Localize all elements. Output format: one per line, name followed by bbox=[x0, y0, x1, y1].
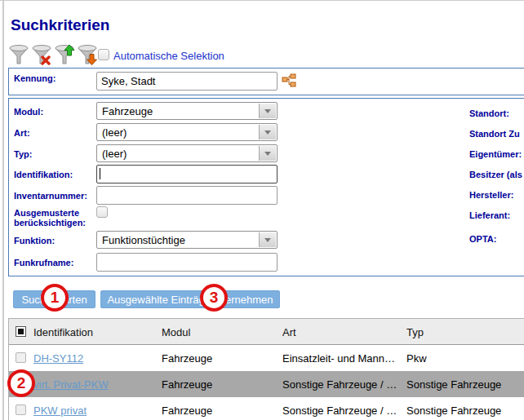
row-checkbox[interactable] bbox=[16, 352, 26, 363]
table-row[interactable]: DH-SY112 Fahrzeuge Einsatzleit- und Mann… bbox=[9, 345, 524, 371]
typ-select[interactable]: (leer) bbox=[96, 144, 278, 162]
annotation-circle-2: 2 bbox=[7, 369, 35, 397]
typ-label: Typ: bbox=[14, 149, 97, 159]
filter-icon[interactable] bbox=[8, 44, 29, 65]
modul-select-arrow[interactable] bbox=[259, 104, 276, 118]
annotation-circle-3: 3 bbox=[200, 284, 228, 312]
org-hierarchy-icon[interactable] bbox=[282, 73, 296, 88]
funkrufname-label: Funkrufname: bbox=[14, 258, 97, 267]
art-label: Art: bbox=[14, 128, 97, 138]
funktion-label: Funktion: bbox=[14, 236, 97, 245]
modul-select[interactable]: Fahrzeuge bbox=[96, 102, 278, 120]
row-modul: Fahrzeuge bbox=[162, 345, 212, 371]
standort-label: Standort: bbox=[469, 108, 509, 118]
eigentuemer-label: Eigentümer: bbox=[469, 149, 522, 159]
identifikation-label: Identifikation: bbox=[14, 170, 97, 179]
kennung-label: Kennung: bbox=[14, 73, 97, 83]
row-art: Einsatzleit- und Mann… bbox=[282, 345, 395, 371]
ausgemusterte-checkbox[interactable] bbox=[96, 206, 108, 218]
funktion-select-value: Funktionstüchtige bbox=[102, 234, 185, 246]
lieferant-label: Lieferant: bbox=[469, 210, 510, 220]
column-header-identifikation[interactable]: Identifikation bbox=[33, 319, 93, 345]
funktion-select[interactable]: Funktionstüchtige bbox=[96, 231, 278, 249]
table-row-selected[interactable]: virt. Privat-PKW Fahrzeuge Sonstige Fahr… bbox=[9, 371, 524, 397]
row-checkbox[interactable] bbox=[16, 405, 26, 415]
typ-select-arrow[interactable] bbox=[259, 146, 276, 161]
annotation-circle-1: 1 bbox=[41, 284, 69, 312]
typ-select-value: (leer) bbox=[102, 148, 127, 160]
suchkriterien-page: { "window": { "title": "Suchkriterien" }… bbox=[0, 0, 524, 420]
column-header-art[interactable]: Art bbox=[282, 319, 296, 345]
text-caret bbox=[100, 168, 100, 179]
modul-label: Modul: bbox=[14, 107, 97, 117]
filter-delete-icon[interactable] bbox=[31, 44, 52, 65]
funktion-select-arrow[interactable] bbox=[259, 232, 276, 247]
page-left-border bbox=[2, 0, 4, 420]
art-select-value: (leer) bbox=[102, 126, 127, 139]
column-header-modul[interactable]: Modul bbox=[162, 319, 190, 345]
row-modul: Fahrzeuge bbox=[162, 371, 212, 397]
row-typ: Pkw bbox=[406, 345, 427, 371]
table-row[interactable]: PKW privat Fahrzeuge Sonstige Fahrzeuge … bbox=[9, 397, 524, 420]
table-header-row: Identifikation Modul Art Typ bbox=[9, 319, 524, 345]
filter-up-icon[interactable] bbox=[54, 44, 75, 65]
page-top-border bbox=[0, 0, 524, 1]
inventarnummer-input[interactable] bbox=[96, 186, 278, 205]
ausgemusterte-label: Ausgemusterte berücksichtigen: bbox=[14, 208, 97, 228]
modul-select-value: Fahrzeuge bbox=[102, 105, 153, 117]
results-table: Identifikation Modul Art Typ DH-SY112 Fa… bbox=[8, 318, 524, 420]
hersteller-label: Hersteller: bbox=[469, 190, 513, 200]
art-select[interactable]: (leer) bbox=[96, 123, 278, 141]
auto-selection-label: Automatische Selektion bbox=[113, 50, 224, 62]
page-title: Suchkriterien bbox=[11, 16, 109, 34]
inventarnummer-label: Inventarnummer: bbox=[14, 191, 97, 201]
auto-selection-checkbox[interactable] bbox=[98, 49, 109, 60]
filter-down-icon[interactable] bbox=[77, 44, 98, 65]
row-art: Sonstige Fahrzeuge / … bbox=[282, 397, 397, 420]
row-identifikation-link[interactable]: DH-SY112 bbox=[33, 345, 83, 371]
kennung-input[interactable] bbox=[96, 72, 278, 91]
row-identifikation-link[interactable]: PKW privat bbox=[33, 397, 87, 420]
row-art: Sonstige Fahrzeuge / … bbox=[282, 371, 397, 397]
row-typ: Sonstige Fahrzeuge bbox=[406, 397, 501, 420]
row-typ: Sonstige Fahrzeuge bbox=[406, 371, 501, 397]
select-all-checkbox[interactable] bbox=[16, 326, 26, 337]
row-identifikation-link[interactable]: virt. Privat-PKW bbox=[33, 371, 109, 397]
standort-zusatz-label: Standort Zu bbox=[469, 129, 520, 139]
column-header-typ[interactable]: Typ bbox=[406, 319, 424, 345]
row-modul: Fahrzeuge bbox=[162, 397, 212, 420]
funkrufname-input[interactable] bbox=[96, 253, 278, 272]
art-select-arrow[interactable] bbox=[259, 125, 276, 139]
opta-label: OPTA: bbox=[469, 234, 496, 244]
apply-selected-button[interactable]: Ausgewählte Einträge übernehmen bbox=[100, 290, 280, 308]
identifikation-input[interactable] bbox=[96, 165, 278, 183]
besitzer-label: Besitzer (als bbox=[469, 170, 522, 179]
